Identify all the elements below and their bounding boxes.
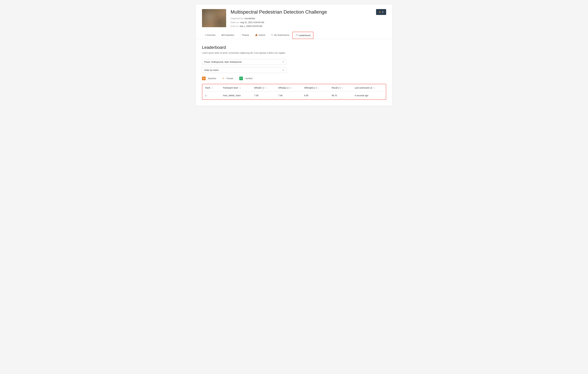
challenge-image xyxy=(202,9,226,27)
private-star: ✦ xyxy=(222,77,224,80)
col-last-submission-label: Last submission at xyxy=(355,87,372,89)
col-team-label: Participant team xyxy=(223,87,238,89)
leaderboard-icon xyxy=(295,34,298,37)
leaderboard-title: Leaderboard xyxy=(202,45,386,50)
evaluation-icon xyxy=(221,34,223,36)
cell-mr-night: 6.95 xyxy=(301,91,329,99)
my-submissions-icon: 👁 xyxy=(271,34,273,36)
verified-label: - Verified xyxy=(244,77,252,80)
legend-baseline: B - Baseline xyxy=(202,77,216,80)
star-button[interactable]: ★ 0 xyxy=(376,9,386,15)
metric-dropdown-arrow: ▼ xyxy=(283,69,284,71)
col-recall[interactable]: Recall (↑) ⇅ xyxy=(329,84,352,92)
starts-on-value: Aug 31, 2021 9:00:00 AM xyxy=(240,21,264,23)
baseline-label: - Baseline xyxy=(207,77,216,80)
svg-rect-1 xyxy=(222,34,223,36)
tab-overview-label: Overview xyxy=(207,34,215,36)
organized-by: Organized by: nounderbar xyxy=(231,17,376,20)
tab-my-submissions[interactable]: 👁 My Submissions xyxy=(268,32,293,39)
tab-leaderboard[interactable]: Leaderboard xyxy=(293,32,313,39)
tab-evaluation-label: Evaluation xyxy=(224,34,234,36)
star-count: 0 xyxy=(382,11,383,13)
col-rank-label: Rank xyxy=(205,87,210,89)
legend-row: B - Baseline ✦ - Private V - Verified xyxy=(202,77,386,80)
col-rank[interactable]: Rank ⇅ xyxy=(202,84,220,92)
phase-dropdown-arrow: ▼ xyxy=(283,61,284,63)
table-header: Rank ⇅ Participant team ⇅ MR(all) (↑) ⇅ xyxy=(202,84,386,92)
page-wrapper: Multispectral Pedestrian Detection Chall… xyxy=(196,5,392,106)
metric-dropdown-row: Order by metric ▼ xyxy=(202,67,386,73)
verified-badge: V xyxy=(239,77,243,80)
header-top: Multispectral Pedestrian Detection Chall… xyxy=(202,9,386,28)
tab-leaderboard-label: Leaderboard xyxy=(298,34,310,37)
phases-icon: ↑ xyxy=(240,34,241,36)
main-content: Leaderboard Lorem ipsum dolor sit amet, … xyxy=(196,39,392,106)
legend-verified: V - Verified xyxy=(239,77,252,80)
col-mr-day[interactable]: MR(day) (↑) ⇅ xyxy=(275,84,301,92)
col-recall-label: Recall (↑) xyxy=(332,87,341,89)
rank-sort-icon: ⇅ xyxy=(211,87,213,89)
private-label: - Private xyxy=(225,77,233,80)
tab-my-submissions-label: My Submissions xyxy=(274,34,289,36)
metric-dropdown-placeholder: Order by metric xyxy=(204,69,219,71)
table-row: 1 Host_44648_Team 7.58 7.96 6.95 96.70 4… xyxy=(202,91,386,99)
challenge-meta: Organized by: nounderbar Starts on: Aug … xyxy=(231,17,376,28)
svg-rect-0 xyxy=(221,35,222,36)
col-mr-all-label: MR(all) (↑) xyxy=(254,87,264,89)
col-mr-all[interactable]: MR(all) (↑) ⇅ xyxy=(251,84,275,92)
col-team[interactable]: Participant team ⇅ xyxy=(220,84,251,92)
organized-by-value: nounderbar xyxy=(244,17,255,20)
leaderboard-description: Lorem ipsum dolor sit amet, consectetur … xyxy=(202,51,386,55)
star-icon: ★ xyxy=(379,11,381,13)
challenge-info: Multispectral Pedestrian Detection Chall… xyxy=(231,9,376,28)
ends-on-value: Sep 1, 2099 8:59:59 AM xyxy=(240,25,262,27)
tab-evaluation[interactable]: Evaluation xyxy=(219,32,237,39)
phase-dropdown[interactable]: Phase: Multispectral, Split: Multispectr… xyxy=(202,59,286,65)
submit-icon: 📤 xyxy=(255,34,258,36)
starts-on: Starts on: Aug 31, 2021 9:00:00 AM xyxy=(231,21,376,24)
col-mr-night[interactable]: MR(night) (↑) ⇅ xyxy=(301,84,329,92)
metric-dropdown[interactable]: Order by metric ▼ xyxy=(202,67,286,73)
table-header-row: Rank ⇅ Participant team ⇅ MR(all) (↑) ⇅ xyxy=(202,84,386,92)
organized-by-label: Organized by: xyxy=(231,17,244,20)
cell-recall: 96.70 xyxy=(329,91,352,99)
col-mr-night-label: MR(night) (↑) xyxy=(304,87,316,89)
challenge-title: Multispectral Pedestrian Detection Chall… xyxy=(231,9,376,15)
tab-phases-label: Phases xyxy=(242,34,249,36)
cell-last-submission: 4 seconds ago xyxy=(352,91,386,99)
nav-tabs: ℹ Overview Evaluation ↑ Phases 📤 xyxy=(202,32,386,39)
tab-overview[interactable]: ℹ Overview xyxy=(202,32,219,39)
legend-private: ✦ - Private xyxy=(222,77,233,80)
tab-submit-label: Submit xyxy=(258,34,265,36)
challenge-header: Multispectral Pedestrian Detection Chall… xyxy=(196,5,392,39)
cell-mr-day: 7.96 xyxy=(275,91,301,99)
recall-sort-icon: ⇅ xyxy=(342,87,343,89)
col-last-submission[interactable]: Last submission at ⇅ xyxy=(352,84,386,92)
phase-dropdown-label: Phase: Multispectral, Split: Multispectr… xyxy=(204,61,242,63)
leaderboard-table: Rank ⇅ Participant team ⇅ MR(all) (↑) ⇅ xyxy=(202,84,386,99)
cell-team: Host_44648_Team xyxy=(220,91,251,99)
last-submission-sort-icon: ⇅ xyxy=(373,87,375,89)
mr-night-sort-icon: ⇅ xyxy=(318,87,319,89)
cell-rank: 1 xyxy=(202,91,220,99)
overview-icon: ℹ xyxy=(205,34,206,36)
tab-submit[interactable]: 📤 Submit xyxy=(252,32,268,39)
svg-rect-2 xyxy=(223,34,223,36)
table-body: 1 Host_44648_Team 7.58 7.96 6.95 96.70 4… xyxy=(202,91,386,99)
tab-phases[interactable]: ↑ Phases xyxy=(237,32,252,39)
baseline-badge: B xyxy=(202,77,206,80)
mr-day-sort-icon: ⇅ xyxy=(291,87,292,89)
ends-on-label: Ends on: xyxy=(231,25,239,27)
col-mr-day-label: MR(day) (↑) xyxy=(278,87,290,89)
cell-mr-all: 7.58 xyxy=(251,91,275,99)
team-sort-icon: ⇅ xyxy=(240,87,241,89)
leaderboard-table-container: Rank ⇅ Participant team ⇅ MR(all) (↑) ⇅ xyxy=(202,84,386,100)
mr-all-sort-icon: ⇅ xyxy=(265,87,267,89)
starts-on-label: Starts on: xyxy=(231,21,240,23)
ends-on: Ends on: Sep 1, 2099 8:59:59 AM xyxy=(231,24,376,28)
phase-dropdown-row: Phase: Multispectral, Split: Multispectr… xyxy=(202,59,386,65)
